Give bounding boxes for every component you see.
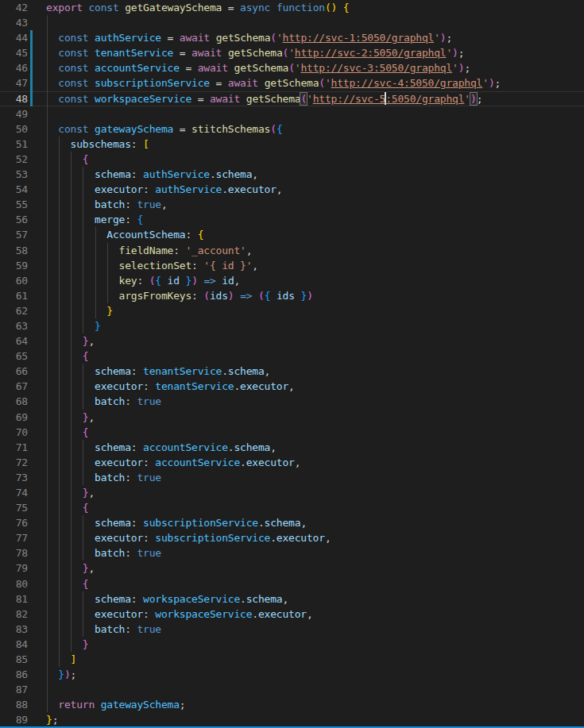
code-line-70[interactable]: 70 { xyxy=(0,425,584,440)
line-number[interactable]: 44 xyxy=(0,30,28,45)
line-number[interactable]: 54 xyxy=(0,182,28,197)
code-line-57[interactable]: 57 AccountSchema: { xyxy=(0,227,584,242)
line-number[interactable]: 79 xyxy=(0,560,28,576)
code-line-65[interactable]: 65 { xyxy=(0,349,584,364)
line-number[interactable]: 60 xyxy=(0,273,28,288)
line-number[interactable]: 43 xyxy=(0,15,28,30)
line-number[interactable]: 70 xyxy=(0,425,28,440)
code-token: getSchema xyxy=(216,32,271,44)
code-line-43[interactable]: 43 xyxy=(0,15,584,30)
line-number[interactable]: 59 xyxy=(0,258,28,273)
code-line-60[interactable]: 60 key: ({ id }) => id, xyxy=(0,273,584,288)
line-number[interactable]: 48 xyxy=(0,91,28,106)
line-number[interactable]: 82 xyxy=(0,607,28,622)
code-line-84[interactable]: 84 } xyxy=(0,637,584,652)
code-line-88[interactable]: 88 return gatewaySchema; xyxy=(0,697,584,712)
code-line-81[interactable]: 81 schema: workspaceService.schema, xyxy=(0,591,584,607)
line-number[interactable]: 87 xyxy=(0,682,28,697)
line-number[interactable]: 76 xyxy=(0,515,28,530)
code-line-61[interactable]: 61 argsFromKeys: (ids) => ({ ids }) xyxy=(0,288,584,303)
code-line-48[interactable]: 48 const workspaceService = await getSch… xyxy=(0,91,584,106)
line-number[interactable]: 53 xyxy=(0,167,28,182)
code-line-42[interactable]: 42export const getGatewaySchema = async … xyxy=(0,0,584,15)
line-number[interactable]: 58 xyxy=(0,243,28,258)
code-line-51[interactable]: 51 subschemas: [ xyxy=(0,137,584,152)
code-editor[interactable]: 42export const getGatewaySchema = async … xyxy=(0,0,584,728)
code-line-82[interactable]: 82 executor: workspaceService.executor, xyxy=(0,607,584,622)
line-number[interactable]: 52 xyxy=(0,152,28,167)
line-number[interactable]: 77 xyxy=(0,530,28,545)
code-line-49[interactable]: 49 xyxy=(0,106,584,121)
line-number[interactable]: 71 xyxy=(0,440,28,455)
code-line-80[interactable]: 80 { xyxy=(0,576,584,591)
code-line-56[interactable]: 56 merge: { xyxy=(0,212,584,227)
code-line-52[interactable]: 52 { xyxy=(0,152,584,167)
code-line-86[interactable]: 86 }); xyxy=(0,667,584,682)
line-number[interactable]: 85 xyxy=(0,652,28,667)
code-line-74[interactable]: 74 }, xyxy=(0,485,584,500)
line-number[interactable]: 57 xyxy=(0,227,28,242)
line-number[interactable]: 47 xyxy=(0,75,28,91)
line-number[interactable]: 45 xyxy=(0,45,28,60)
line-number[interactable]: 72 xyxy=(0,455,28,470)
line-number[interactable]: 67 xyxy=(0,379,28,394)
code-line-44[interactable]: 44 const authService = await getSchema('… xyxy=(0,30,584,45)
code-line-68[interactable]: 68 batch: true xyxy=(0,394,584,409)
code-line-71[interactable]: 71 schema: accountService.schema, xyxy=(0,440,584,455)
gutter-modified-indicator xyxy=(30,75,33,91)
code-line-58[interactable]: 58 fieldName: '_account', xyxy=(0,243,584,258)
line-number[interactable]: 65 xyxy=(0,349,28,364)
code-line-69[interactable]: 69 }, xyxy=(0,410,584,425)
code-line-50[interactable]: 50 const gatewaySchema = stitchSchemas({ xyxy=(0,121,584,137)
line-number[interactable]: 88 xyxy=(0,697,28,712)
line-number[interactable]: 61 xyxy=(0,288,28,303)
code-line-59[interactable]: 59 selectionSet: '{ id }', xyxy=(0,258,584,273)
code-line-64[interactable]: 64 }, xyxy=(0,333,584,349)
line-number[interactable]: 74 xyxy=(0,485,28,500)
line-number[interactable]: 66 xyxy=(0,364,28,379)
line-number[interactable]: 56 xyxy=(0,212,28,227)
code-line-67[interactable]: 67 executor: tenantService.executor, xyxy=(0,379,584,394)
line-number[interactable]: 81 xyxy=(0,591,28,607)
line-number[interactable]: 42 xyxy=(0,0,28,15)
code-line-79[interactable]: 79 }, xyxy=(0,560,584,576)
line-number[interactable]: 69 xyxy=(0,410,28,425)
line-number[interactable]: 49 xyxy=(0,106,28,121)
line-number[interactable]: 50 xyxy=(0,121,28,137)
line-number[interactable]: 55 xyxy=(0,197,28,212)
code-line-66[interactable]: 66 schema: tenantService.schema, xyxy=(0,364,584,379)
line-number[interactable]: 86 xyxy=(0,667,28,682)
code-token: = xyxy=(210,77,228,89)
line-number[interactable]: 75 xyxy=(0,500,28,515)
code-token: , xyxy=(295,456,301,468)
code-line-45[interactable]: 45 const tenantService = await getSchema… xyxy=(0,45,584,60)
line-number[interactable]: 64 xyxy=(0,333,28,349)
line-number[interactable]: 63 xyxy=(0,318,28,333)
line-number[interactable]: 80 xyxy=(0,576,28,591)
code-line-53[interactable]: 53 schema: authService.schema, xyxy=(0,167,584,182)
code-line-47[interactable]: 47 const subscriptionService = await get… xyxy=(0,75,584,91)
code-line-87[interactable]: 87 xyxy=(0,682,584,697)
line-number[interactable]: 73 xyxy=(0,470,28,485)
line-number[interactable]: 46 xyxy=(0,60,28,75)
code-line-72[interactable]: 72 executor: accountService.executor, xyxy=(0,455,584,470)
code-line-83[interactable]: 83 batch: true xyxy=(0,622,584,637)
code-line-46[interactable]: 46 const accountService = await getSchem… xyxy=(0,60,584,75)
code-line-77[interactable]: 77 executor: subscriptionService.executo… xyxy=(0,530,584,545)
code-line-55[interactable]: 55 batch: true, xyxy=(0,197,584,212)
code-text: }, xyxy=(46,560,584,576)
code-line-63[interactable]: 63 } xyxy=(0,318,584,333)
line-number[interactable]: 83 xyxy=(0,622,28,637)
code-line-76[interactable]: 76 schema: subscriptionService.schema, xyxy=(0,515,584,530)
line-number[interactable]: 78 xyxy=(0,545,28,560)
code-line-62[interactable]: 62 } xyxy=(0,303,584,318)
code-line-54[interactable]: 54 executor: authService.executor, xyxy=(0,182,584,197)
line-number[interactable]: 62 xyxy=(0,303,28,318)
line-number[interactable]: 84 xyxy=(0,637,28,652)
line-number[interactable]: 51 xyxy=(0,137,28,152)
code-line-85[interactable]: 85 ] xyxy=(0,652,584,667)
code-line-78[interactable]: 78 batch: true xyxy=(0,545,584,560)
code-line-75[interactable]: 75 { xyxy=(0,500,584,515)
code-line-73[interactable]: 73 batch: true xyxy=(0,470,584,485)
line-number[interactable]: 68 xyxy=(0,394,28,409)
